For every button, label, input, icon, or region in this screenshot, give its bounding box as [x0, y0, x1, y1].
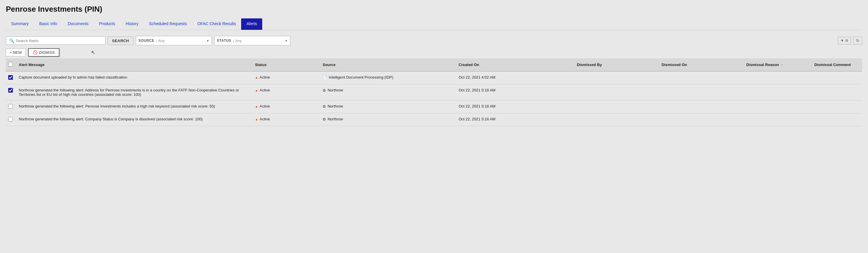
- page-wrapper: Penrose Investments (PIN) SummaryBasic I…: [0, 0, 868, 253]
- source-filter-value: Any: [158, 39, 205, 43]
- table-row: Northrow generated the following alert: …: [6, 84, 862, 101]
- refresh-icon: ↻: [856, 38, 860, 43]
- created-on-cell: Oct 22, 2021 5:18 AM: [455, 113, 573, 126]
- refresh-button[interactable]: ↻: [854, 37, 862, 45]
- alert-message-cell: Northrow generated the following alert: …: [15, 113, 251, 126]
- status-icon: ▲: [255, 117, 258, 121]
- new-button[interactable]: + NEW: [6, 48, 26, 57]
- status-filter[interactable]: STATUS | Any ▼: [214, 36, 290, 45]
- dismiss-icon: 🚫: [33, 50, 37, 55]
- status-dropdown-arrow: ▼: [285, 39, 288, 42]
- row-checkbox-1[interactable]: [6, 84, 15, 101]
- col-header-source: Source: [319, 59, 455, 71]
- col-header-created-on: Created On: [455, 59, 573, 71]
- dismissed-by-cell: [573, 84, 658, 101]
- dismissed-on-cell: [658, 113, 743, 126]
- row-checkbox-2[interactable]: [6, 101, 15, 113]
- dismissal-comment-cell: [811, 113, 862, 126]
- select-all-checkbox[interactable]: [8, 62, 13, 67]
- northrow-icon: ⚙: [322, 104, 326, 109]
- tab-history[interactable]: History: [120, 19, 144, 30]
- status-badge: Active: [259, 88, 270, 92]
- dismiss-label: DISMISS: [39, 50, 55, 55]
- status-filter-label: STATUS: [217, 39, 231, 43]
- search-icon: 🔍: [9, 38, 14, 43]
- col-header-status: Status: [251, 59, 319, 71]
- source-cell: 📄Intelligent Document Processing (IDP): [319, 71, 455, 84]
- col-header-dismissed-on: Dismissed On: [658, 59, 743, 71]
- dismissal-comment-cell: [811, 71, 862, 84]
- col-header-dismissal-reason[interactable]: Dismissal Reason ↑: [743, 59, 811, 71]
- status-cell: ▲Active: [251, 84, 319, 101]
- search-button[interactable]: SEARCH: [108, 37, 133, 45]
- source-cell: ⚙Northrow: [319, 113, 455, 126]
- tab-summary[interactable]: Summary: [6, 19, 34, 30]
- created-on-cell: Oct 22, 2021 4:02 AM: [455, 71, 573, 84]
- checkbox-0[interactable]: [8, 75, 13, 80]
- tab-scheduled-requests[interactable]: Scheduled Requests: [144, 19, 192, 30]
- source-filter-label: SOURCE: [138, 39, 154, 43]
- tab-alerts[interactable]: Alerts: [241, 19, 262, 30]
- status-icon: ▲: [255, 88, 258, 92]
- table-row: Northrow generated the following alert: …: [6, 101, 862, 113]
- source-dropdown-arrow: ▼: [206, 39, 209, 42]
- cursor: ↖: [91, 49, 95, 56]
- col-header-dismissal-comment: Dismissal Comment: [811, 59, 862, 71]
- dismissal-reason-cell: [743, 71, 811, 84]
- alert-message-cell: Northrow generated the following alert: …: [15, 84, 251, 101]
- table-header: Alert Message Status Source Created On D…: [6, 59, 862, 71]
- source-name: Intelligent Document Processing (IDP): [329, 75, 393, 79]
- status-badge: Active: [259, 117, 270, 121]
- filter-icon: ▼: [840, 39, 844, 43]
- status-cell: ▲Active: [251, 101, 319, 113]
- toolbar: 🔍 SEARCH SOURCE | Any ▼ STATUS | Any ▼ ▼…: [6, 36, 862, 45]
- source-filter[interactable]: SOURCE | Any ▼: [136, 36, 212, 45]
- dismissed-on-cell: [658, 84, 743, 101]
- alerts-table: Alert Message Status Source Created On D…: [6, 59, 862, 126]
- tab-navigation: SummaryBasic InfoDocumentsProductsHistor…: [6, 19, 862, 30]
- created-on-cell: Oct 22, 2021 5:18 AM: [455, 84, 573, 101]
- tab-ofac-check-results[interactable]: OFAC Check Results: [192, 19, 241, 30]
- dismissal-comment-cell: [811, 84, 862, 101]
- dismissal-reason-cell: [743, 84, 811, 101]
- filter-icon-funnel: ⚙: [845, 39, 848, 43]
- dismissed-on-cell: [658, 101, 743, 113]
- source-cell: ⚙Northrow: [319, 84, 455, 101]
- status-filter-value: Any: [235, 39, 283, 43]
- tab-documents[interactable]: Documents: [62, 19, 94, 30]
- source-name: Northrow: [328, 117, 343, 121]
- created-on-cell: Oct 22, 2021 5:18 AM: [455, 101, 573, 113]
- row-checkbox-0[interactable]: [6, 71, 15, 84]
- page-title: Penrose Investments (PIN): [6, 5, 862, 14]
- search-input[interactable]: [16, 39, 102, 43]
- tab-basic-info[interactable]: Basic Info: [34, 19, 62, 30]
- table-row: Capture document uploaded by fs admin ha…: [6, 71, 862, 84]
- dismissed-by-cell: [573, 71, 658, 84]
- source-name: Northrow: [328, 88, 343, 92]
- northrow-icon: ⚙: [322, 88, 326, 93]
- table-body: Capture document uploaded by fs admin ha…: [6, 71, 862, 126]
- col-header-alert-message: Alert Message: [15, 59, 251, 71]
- checkbox-3[interactable]: [8, 117, 13, 121]
- filter-toggle-button[interactable]: ▼ ⚙: [838, 37, 851, 44]
- source-name: Northrow: [328, 104, 343, 108]
- northrow-icon: ⚙: [322, 117, 326, 121]
- col-header-dismissed-by: Dismissed By: [573, 59, 658, 71]
- select-all-header[interactable]: [6, 59, 15, 71]
- dismissal-reason-cell: [743, 113, 811, 126]
- document-icon: 📄: [322, 75, 327, 80]
- status-badge: Active: [259, 104, 270, 108]
- dismissed-by-cell: [573, 101, 658, 113]
- alert-message-cell: Capture document uploaded by fs admin ha…: [15, 71, 251, 84]
- dismiss-button[interactable]: 🚫 DISMISS: [28, 48, 59, 57]
- alerts-table-container: Alert Message Status Source Created On D…: [6, 59, 862, 126]
- status-icon: ▲: [255, 105, 258, 108]
- tab-products[interactable]: Products: [94, 19, 120, 30]
- checkbox-1[interactable]: [8, 88, 13, 93]
- checkbox-2[interactable]: [8, 104, 13, 109]
- action-bar: + NEW 🚫 DISMISS ↖: [6, 48, 862, 57]
- source-cell: ⚙Northrow: [319, 101, 455, 113]
- dismissed-by-cell: [573, 113, 658, 126]
- dismissal-comment-cell: [811, 101, 862, 113]
- row-checkbox-3[interactable]: [6, 113, 15, 126]
